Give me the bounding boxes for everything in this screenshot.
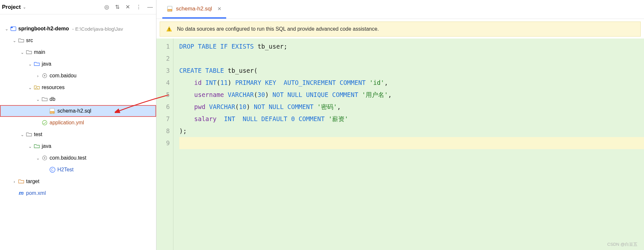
watermark: CSDN @白豆五 bbox=[607, 242, 637, 247]
svg-text:SQL: SQL bbox=[168, 9, 172, 11]
svg-point-3 bbox=[44, 75, 45, 76]
svg-rect-15 bbox=[169, 28, 169, 30]
tree-label: src bbox=[26, 38, 33, 43]
toggle-icon[interactable]: ⌄ bbox=[27, 85, 33, 90]
tree-item-pkg-test[interactable]: ⌄ com.baidou.test bbox=[0, 152, 156, 164]
line-number: 8 bbox=[156, 125, 170, 137]
code-line-current bbox=[179, 137, 644, 149]
tree-label: target bbox=[26, 179, 39, 184]
hide-icon[interactable]: — bbox=[147, 4, 153, 10]
line-number: 2 bbox=[156, 53, 170, 65]
svg-point-9 bbox=[44, 157, 45, 159]
toggle-icon[interactable]: ⌄ bbox=[19, 132, 25, 137]
code-line: pwd VARCHAR(10) NOT NULL COMMENT '密码', bbox=[179, 101, 644, 113]
tree-label: pom.xml bbox=[26, 190, 46, 196]
tree-item-h2test[interactable]: C H2Test bbox=[0, 164, 156, 176]
toggle-icon[interactable]: ⌄ bbox=[11, 38, 18, 43]
tree-label: java bbox=[42, 143, 51, 149]
toggle-icon[interactable]: ⌄ bbox=[19, 50, 25, 55]
project-sidebar: Project ⌄ ◎ ⇅ ✕ ⋮ — ⌄ springboot-h2-demo… bbox=[0, 0, 156, 250]
line-number: 4 bbox=[156, 77, 170, 89]
sidebar-actions: ◎ ⇅ ✕ ⋮ — bbox=[104, 4, 153, 10]
toggle-icon[interactable]: ⌄ bbox=[27, 144, 33, 149]
sql-file-icon: SQL bbox=[167, 6, 173, 12]
sql-file-icon: SQL bbox=[49, 108, 56, 114]
svg-rect-16 bbox=[169, 30, 169, 31]
tree-root[interactable]: ⌄ springboot-h2-demo - E:\Code\java-blog… bbox=[0, 23, 156, 35]
tree-item-test[interactable]: ⌄ test bbox=[0, 129, 156, 140]
source-folder-icon bbox=[33, 61, 40, 67]
code-line: id INT(11) PRIMARY KEY AUTO_INCREMENT CO… bbox=[179, 77, 644, 89]
tree-item-target[interactable]: › target bbox=[0, 176, 156, 187]
tree-label: com.baidou.test bbox=[50, 155, 86, 161]
spring-config-icon bbox=[41, 120, 48, 126]
code-line: CREATE TABLE tb_user( bbox=[179, 65, 644, 77]
sidebar-title[interactable]: Project bbox=[2, 4, 21, 10]
code-area[interactable]: DROP TABLE IF EXISTS tb_user; CREATE TAB… bbox=[173, 39, 644, 250]
test-source-folder-icon bbox=[33, 143, 40, 149]
tree-item-main[interactable]: ⌄ main bbox=[0, 46, 156, 58]
tree-item-appyml[interactable]: application.yml bbox=[0, 117, 156, 129]
tree-item-resources[interactable]: ⌄ resources bbox=[0, 82, 156, 93]
tree-label: com.baidou bbox=[50, 73, 77, 79]
more-icon[interactable]: ⋮ bbox=[136, 4, 141, 10]
tree-item-db[interactable]: ⌄ db bbox=[0, 93, 156, 105]
close-icon[interactable]: ✕ bbox=[217, 6, 222, 12]
tree-item-schema-sql[interactable]: SQL schema-h2.sql bbox=[0, 105, 156, 117]
warning-icon bbox=[166, 26, 172, 32]
tree-item-pkg-main[interactable]: › com.baidou bbox=[0, 70, 156, 82]
project-tree[interactable]: ⌄ springboot-h2-demo - E:\Code\java-blog… bbox=[0, 14, 156, 250]
toggle-icon[interactable]: › bbox=[35, 73, 41, 78]
editor-tab[interactable]: SQL schema-h2.sql ✕ bbox=[162, 0, 226, 19]
select-opened-file-icon[interactable]: ◎ bbox=[104, 4, 109, 10]
package-icon bbox=[41, 155, 48, 161]
excluded-folder-icon bbox=[18, 179, 25, 184]
toggle-icon[interactable]: ⌄ bbox=[35, 156, 41, 161]
chevron-down-icon[interactable]: ⌄ bbox=[23, 5, 26, 9]
line-number: 1 bbox=[156, 40, 170, 53]
module-icon bbox=[10, 26, 17, 32]
toggle-icon[interactable]: › bbox=[11, 179, 18, 184]
line-number: 9 bbox=[156, 137, 170, 149]
banner-text: No data sources are configured to run th… bbox=[177, 26, 379, 32]
folder-icon bbox=[25, 132, 33, 137]
sidebar-header: Project ⌄ ◎ ⇅ ✕ ⋮ — bbox=[0, 0, 156, 14]
line-number: 6 bbox=[156, 101, 170, 113]
class-icon: C bbox=[49, 167, 56, 173]
svg-text:SQL: SQL bbox=[50, 112, 54, 114]
tree-item-pom[interactable]: m pom.xml bbox=[0, 187, 156, 199]
toggle-icon[interactable]: ⌄ bbox=[27, 62, 33, 67]
folder-icon bbox=[41, 96, 48, 102]
svg-point-7 bbox=[42, 120, 47, 125]
line-gutter: 1 2 3 4 5 6 7 8 9 bbox=[156, 39, 173, 250]
tree-label: springboot-h2-demo bbox=[18, 26, 69, 32]
editor-pane: SQL schema-h2.sql ✕ No data sources are … bbox=[156, 0, 644, 250]
tree-label: db bbox=[50, 96, 55, 102]
package-icon bbox=[41, 73, 48, 79]
tree-item-java-test[interactable]: ⌄ java bbox=[0, 140, 156, 152]
toggle-icon[interactable]: ⌄ bbox=[35, 97, 41, 102]
code-line: ); bbox=[179, 125, 644, 137]
toggle-icon[interactable]: ⌄ bbox=[3, 26, 10, 31]
svg-rect-1 bbox=[11, 27, 13, 28]
code-editor[interactable]: 1 2 3 4 5 6 7 8 9 DROP TABLE IF EXISTS t… bbox=[156, 39, 644, 250]
tree-item-java-main[interactable]: ⌄ java bbox=[0, 58, 156, 70]
tree-label: java bbox=[42, 61, 51, 67]
svg-text:C: C bbox=[51, 168, 53, 172]
code-line: username VARCHAR(30) NOT NULL UNIQUE COM… bbox=[179, 89, 644, 101]
collapse-all-icon[interactable]: ✕ bbox=[125, 4, 130, 10]
line-number: 3 bbox=[156, 65, 170, 77]
tree-label: resources bbox=[42, 85, 65, 90]
maven-icon: m bbox=[18, 190, 25, 196]
code-line: salary INT NULL DEFAULT 0 COMMENT '薪资' bbox=[179, 113, 644, 125]
tree-item-src[interactable]: ⌄ src bbox=[0, 35, 156, 46]
code-line: DROP TABLE IF EXISTS tb_user; bbox=[179, 40, 644, 53]
warning-banner[interactable]: No data sources are configured to run th… bbox=[160, 22, 641, 37]
folder-icon bbox=[25, 49, 33, 55]
tab-filename: schema-h2.sql bbox=[176, 6, 212, 12]
line-number: 5 bbox=[156, 89, 170, 101]
expand-all-icon[interactable]: ⇅ bbox=[115, 4, 120, 10]
tree-label: schema-h2.sql bbox=[57, 108, 91, 114]
line-number: 7 bbox=[156, 113, 170, 125]
tree-label: application.yml bbox=[50, 120, 84, 126]
